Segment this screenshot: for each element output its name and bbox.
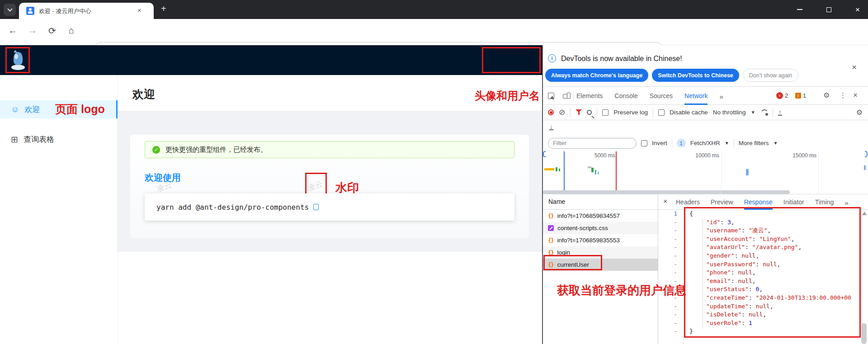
back-icon[interactable]: ← — [8, 25, 17, 36]
smiley-icon: ☺ — [11, 105, 19, 113]
chevron-down-icon — [7, 6, 12, 11]
name-column-header[interactable]: Name — [548, 198, 565, 205]
close-detail-icon[interactable]: × — [663, 198, 667, 206]
preserve-log-label[interactable]: Preserve log — [613, 109, 648, 116]
timeline-tick-label: 10000 ms — [683, 152, 719, 159]
warning-icon: ! — [795, 93, 801, 99]
annotation-logo-label: 页面 logo — [55, 102, 105, 117]
infobar-message: DevTools is now available in Chinese! — [561, 55, 682, 63]
network-settings-icon[interactable]: ⚙ — [856, 108, 863, 117]
annotation-box-logo — [5, 47, 30, 73]
page-title: 欢迎 — [132, 87, 155, 102]
line-gutter[interactable]: - — [658, 235, 677, 244]
timeline-bar — [556, 167, 557, 171]
window-maximize-button[interactable] — [826, 7, 831, 12]
window-close-button[interactable]: × — [855, 6, 860, 14]
tab-close-icon[interactable]: × — [137, 6, 142, 14]
line-gutter[interactable]: - — [658, 218, 677, 227]
timeline-left-handle[interactable] — [543, 151, 546, 157]
export-har-icon[interactable]: ↓ — [549, 124, 553, 130]
divider — [570, 108, 571, 117]
device-toolbar-icon[interactable] — [563, 94, 569, 99]
devtools-tabs: Elements Console Sources Network » — [576, 87, 723, 105]
chevron-down-icon[interactable]: ▼ — [773, 141, 778, 146]
inspect-icon[interactable] — [548, 93, 554, 99]
invert-label[interactable]: Invert — [652, 140, 667, 146]
divider — [597, 108, 597, 117]
filter-input[interactable] — [548, 138, 637, 149]
sidebar-item-label: 欢迎 — [24, 104, 40, 115]
throttling-select[interactable]: No throttling — [713, 109, 746, 116]
disable-cache-checkbox[interactable] — [658, 109, 665, 116]
divider — [773, 108, 773, 117]
invert-checkbox[interactable] — [641, 140, 647, 146]
line-gutter[interactable]: - — [658, 311, 677, 319]
devtools-infobar: i DevTools is now available in Chinese! … — [543, 45, 868, 87]
line-gutter[interactable]: - — [658, 243, 677, 252]
record-icon[interactable] — [548, 109, 554, 115]
line-gutter[interactable]: - — [658, 302, 677, 311]
devtools-tabbar: Elements Console Sources Network » ×2 !1… — [543, 87, 868, 105]
tab-console[interactable]: Console — [614, 87, 637, 105]
more-filters-button[interactable]: More filters — [739, 140, 769, 146]
line-gutter[interactable]: - — [658, 226, 677, 235]
devtools-menu-icon[interactable]: ⋮ — [840, 91, 846, 99]
browser-tab[interactable]: 欢迎 - 凌云用户中心 × — [19, 3, 154, 19]
line-gutter[interactable]: - — [658, 260, 677, 269]
dont-show-again-button[interactable]: Don't show again — [743, 69, 799, 82]
network-search-icon[interactable] — [587, 110, 592, 115]
filter-funnel-icon[interactable] — [576, 109, 582, 115]
tab-title: 欢迎 - 凌云用户中心 — [39, 7, 138, 15]
copy-icon[interactable] — [313, 204, 319, 210]
devtools-close-icon[interactable]: × — [853, 91, 858, 100]
line-gutter[interactable]: - — [658, 319, 677, 328]
new-tab-button[interactable]: + — [161, 4, 166, 14]
fetch-xhr-filter[interactable]: Fetch/XHR — [690, 140, 720, 146]
match-language-button[interactable]: Always match Chrome's language — [545, 69, 648, 82]
network-conditions-icon[interactable] — [760, 109, 768, 115]
timeline-scrollbar[interactable] — [543, 190, 790, 194]
annotation-request-label: 获取当前登录的用户信息 — [557, 283, 686, 298]
network-filter-row: Invert 1 Fetch/XHR ▼ More filters ▼ — [543, 136, 868, 151]
timeline-tick-label: 15000 ms — [780, 152, 816, 159]
line-gutter[interactable]: - — [658, 269, 677, 277]
timeline-tick-label: 5000 ms — [579, 152, 615, 159]
timeline-bar — [559, 169, 560, 171]
browser-tab-strip: 欢迎 - 凌云用户中心 × + × — [0, 0, 868, 19]
window-minimize-button[interactable] — [797, 9, 802, 10]
line-gutter[interactable]: - — [658, 252, 677, 260]
import-har-icon[interactable]: ↑ — [778, 109, 782, 116]
more-tabs-icon[interactable]: » — [719, 87, 723, 105]
tab-network[interactable]: Network — [684, 87, 708, 105]
divider — [672, 139, 672, 148]
reload-icon[interactable]: ⟳ — [48, 25, 56, 36]
network-timeline[interactable]: 5000 ms10000 ms15000 ms — [543, 151, 868, 194]
request-row[interactable]: content-scripts.css — [543, 222, 658, 234]
devtools-settings-icon[interactable]: ⚙ — [823, 91, 830, 99]
scrollbar-up-icon[interactable] — [862, 212, 867, 215]
clear-icon[interactable]: ⊘ — [559, 108, 565, 116]
scrollbar-thumb[interactable] — [861, 323, 867, 344]
table-icon: ⊞ — [11, 135, 18, 144]
request-row[interactable]: {}info?t=1706859835553 — [543, 234, 658, 246]
preserve-log-checkbox[interactable] — [602, 109, 609, 116]
switch-chinese-button[interactable]: Switch DevTools to Chinese — [652, 69, 739, 82]
request-row[interactable]: {}info?t=1706859834557 — [543, 210, 658, 222]
warning-badge[interactable]: !1 — [795, 92, 806, 99]
dom-content-loaded-line — [564, 151, 565, 190]
timeline-right-handle[interactable] — [865, 151, 868, 157]
error-badge[interactable]: ×2 — [776, 92, 788, 99]
line-gutter[interactable]: - — [658, 327, 677, 336]
tab-search-button[interactable] — [4, 4, 16, 16]
sidebar-item-table[interactable]: ⊞ 查询表格 — [0, 130, 118, 148]
chevron-down-icon[interactable]: ▼ — [751, 110, 755, 115]
app-header: 凌云用户中心 ? 凌云 — [0, 45, 543, 75]
tab-elements[interactable]: Elements — [576, 87, 603, 105]
chevron-down-icon[interactable]: ▼ — [725, 141, 729, 146]
home-icon[interactable]: ⌂ — [69, 25, 74, 36]
disable-cache-label[interactable]: Disable cache — [670, 109, 708, 116]
tab-sources[interactable]: Sources — [650, 87, 673, 105]
infobar-close-icon[interactable]: × — [852, 62, 857, 72]
line-gutter[interactable]: 1 — [658, 210, 677, 218]
forward-icon[interactable]: → — [28, 25, 37, 36]
